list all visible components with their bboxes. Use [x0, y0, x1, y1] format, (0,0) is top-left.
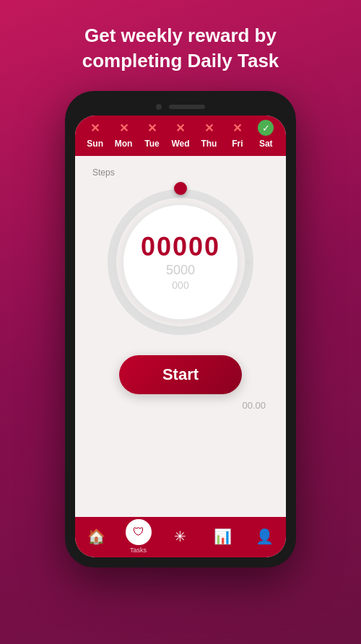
day-icon-thu: ✕ [201, 120, 217, 136]
days-header: ✕ ✕ ✕ ✕ ✕ ✕ [75, 116, 286, 156]
target-steps-display: 5000 [166, 263, 195, 278]
nav-item-profile[interactable]: 👤 [248, 529, 282, 544]
phone-frame: ✕ ✕ ✕ ✕ ✕ ✕ [65, 91, 296, 567]
main-content: Steps 00000 5000 000 St [75, 156, 286, 517]
nav-item-tasks[interactable]: 🛡 Tasks [121, 519, 156, 554]
shield-icon: 🛡 [133, 526, 144, 538]
day-icon-tue: ✕ [144, 120, 160, 136]
bottom-nav: 🏠 🛡 Tasks ✳ 📊 👤 [75, 517, 286, 557]
day-icon-sat: ✓ [258, 120, 274, 136]
day-label-sun: Sun [84, 139, 106, 149]
nav-item-stats[interactable]: 📊 [205, 529, 240, 544]
days-labels-row: Sun Mon Tue Wed Thu Fri Sat [75, 137, 286, 153]
phone-screen: ✕ ✕ ✕ ✕ ✕ ✕ [75, 116, 286, 557]
day-icon-sun: ✕ [87, 120, 103, 136]
day-label-wed: Wed [170, 139, 191, 149]
step-counter-ring: 00000 5000 000 [105, 186, 256, 338]
ring-progress-dot [174, 182, 187, 195]
profile-icon: 👤 [256, 529, 274, 544]
x-icon-wed: ✕ [175, 121, 185, 135]
x-icon-sun: ✕ [90, 121, 100, 135]
day-label-fri: Fri [227, 139, 248, 149]
start-button[interactable]: Start [119, 355, 242, 394]
circle-inner: 00000 5000 000 [141, 234, 220, 291]
check-icon-sat: ✓ [258, 120, 274, 136]
nav-item-spin[interactable]: ✳ [163, 529, 198, 544]
phone-speaker [169, 105, 205, 109]
shield-container: 🛡 [126, 519, 152, 545]
steps-label: Steps [92, 167, 115, 178]
home-icon: 🏠 [87, 529, 105, 544]
days-icons-row: ✕ ✕ ✕ ✕ ✕ ✕ [75, 116, 286, 137]
day-label-tue: Tue [142, 139, 163, 149]
x-icon-thu: ✕ [204, 121, 214, 135]
day-label-mon: Mon [113, 139, 134, 149]
current-steps-display: 00000 [141, 234, 220, 260]
day-icon-fri: ✕ [230, 120, 245, 136]
tagline-line2: completing Daily Task [82, 50, 279, 71]
day-label-thu: Thu [198, 139, 219, 149]
tagline-line1: Get weekly reward by [84, 25, 277, 46]
fan-icon: ✳ [174, 529, 186, 544]
x-icon-fri: ✕ [232, 121, 242, 135]
bonus-steps-display: 000 [172, 279, 188, 291]
day-icon-wed: ✕ [173, 120, 188, 136]
tasks-nav-label: Tasks [130, 547, 147, 554]
phone-camera [156, 104, 162, 110]
day-icon-mon: ✕ [116, 120, 131, 136]
phone-notch [75, 101, 286, 116]
day-label-sat: Sat [255, 139, 277, 149]
nav-item-home[interactable]: 🏠 [79, 529, 113, 544]
x-icon-tue: ✕ [147, 121, 157, 135]
x-icon-mon: ✕ [119, 121, 129, 135]
tagline: Get weekly reward by completing Daily Ta… [53, 0, 308, 91]
time-display: 00.00 [242, 400, 266, 411]
stats-icon: 📊 [214, 529, 232, 544]
